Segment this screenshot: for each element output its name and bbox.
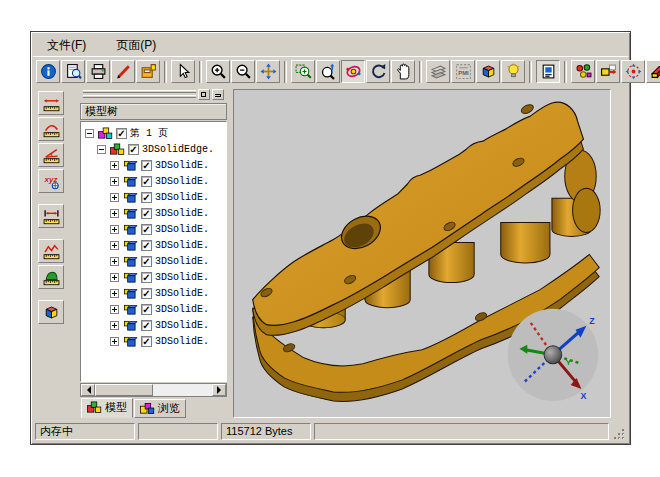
model-tree-panel: 模型树 ✓ 第 1 页 ✓ 3DSolidEdge. ✓3DSolidE. <box>80 89 227 418</box>
tree-item-part[interactable]: ✓3DSolidE. <box>83 173 226 189</box>
expand-icon[interactable] <box>110 225 119 234</box>
tree-item-part[interactable]: ✓3DSolidE. <box>83 221 226 237</box>
checkbox[interactable]: ✓ <box>141 288 152 299</box>
move-part-button[interactable] <box>596 60 620 83</box>
measure-min-distance-button[interactable] <box>38 204 64 228</box>
tree-item-part[interactable]: ✓3DSolidE. <box>83 253 226 269</box>
expand-icon[interactable] <box>110 209 119 218</box>
checkbox[interactable]: ✓ <box>141 336 152 347</box>
tree-item-part[interactable]: ✓3DSolidE. <box>83 317 226 333</box>
tree-item-label: 3DSolidE. <box>155 224 209 235</box>
measure-coordinate-button[interactable] <box>38 169 64 193</box>
checkbox[interactable]: ✓ <box>141 320 152 331</box>
erase-markup-button[interactable] <box>646 60 660 83</box>
pan-button[interactable] <box>256 60 280 83</box>
menu-file[interactable]: 文件(F) <box>43 35 90 56</box>
tree-item-part[interactable]: ✓3DSolidE. <box>83 205 226 221</box>
checkbox[interactable]: ✓ <box>141 160 152 171</box>
tree-item-part[interactable]: ✓3DSolidE. <box>83 157 226 173</box>
expand-icon[interactable] <box>110 193 119 202</box>
orbit-button[interactable] <box>341 60 365 83</box>
checkbox[interactable]: ✓ <box>128 144 139 155</box>
tree-item-part[interactable]: ✓3DSolidE. <box>83 237 226 253</box>
collapse-icon[interactable] <box>85 129 94 138</box>
expand-icon[interactable] <box>110 241 119 250</box>
resize-grip[interactable] <box>612 427 626 441</box>
zoom-window-button[interactable] <box>291 60 315 83</box>
tree-item-part[interactable]: ✓3DSolidE. <box>83 269 226 285</box>
tree-item-page[interactable]: ✓ 第 1 页 <box>83 125 226 141</box>
checkbox[interactable]: ✓ <box>141 208 152 219</box>
toolbar-separator <box>164 61 167 83</box>
zoom-out-button[interactable] <box>231 60 255 83</box>
bulb-icon <box>505 63 522 80</box>
scrollbar-thumb[interactable] <box>95 384 153 396</box>
expand-icon[interactable] <box>110 273 119 282</box>
expand-icon[interactable] <box>110 305 119 314</box>
expand-icon[interactable] <box>110 321 119 330</box>
expand-icon[interactable] <box>110 289 119 298</box>
measure-curve-length-button[interactable] <box>38 239 64 263</box>
info-button[interactable] <box>36 60 60 83</box>
select-button[interactable] <box>171 60 195 83</box>
view-cube-button[interactable] <box>476 60 500 83</box>
model-hole <box>520 103 535 115</box>
hand-pan-button[interactable] <box>391 60 415 83</box>
checkbox[interactable]: ✓ <box>141 224 152 235</box>
checkbox[interactable]: ✓ <box>141 256 152 267</box>
expand-icon[interactable] <box>110 337 119 346</box>
expand-icon[interactable] <box>110 161 119 170</box>
part-node-icon <box>122 159 138 172</box>
measure-toolbar <box>35 89 67 418</box>
checkbox[interactable]: ✓ <box>141 240 152 251</box>
print-preview-button[interactable] <box>61 60 85 83</box>
checkbox[interactable]: ✓ <box>116 128 127 139</box>
measure-radius-button[interactable] <box>38 117 64 141</box>
measure-distance-button[interactable] <box>38 91 64 115</box>
tree-horizontal-scrollbar[interactable] <box>80 383 227 397</box>
expand-icon[interactable] <box>110 177 119 186</box>
tree-item-assembly[interactable]: ✓ 3DSolidEdge. <box>83 141 226 157</box>
pmi-icon <box>455 63 472 80</box>
tree-item-part[interactable]: ✓3DSolidE. <box>83 285 226 301</box>
pmi-button[interactable] <box>451 60 475 83</box>
zoom-in-button[interactable] <box>206 60 230 83</box>
print-button[interactable] <box>86 60 110 83</box>
checkbox[interactable]: ✓ <box>141 176 152 187</box>
scroll-right-arrow[interactable] <box>212 384 226 396</box>
tree-item-part[interactable]: ✓3DSolidE. <box>83 301 226 317</box>
panel-float-button[interactable] <box>198 89 210 100</box>
tree-item-part[interactable]: ✓3DSolidE. <box>83 189 226 205</box>
menu-page[interactable]: 页面(P) <box>112 35 160 56</box>
refresh-button[interactable] <box>366 60 390 83</box>
zoom-dynamic-button[interactable] <box>316 60 340 83</box>
checkbox[interactable]: ✓ <box>141 304 152 315</box>
tree-item-part[interactable]: ✓3DSolidE. <box>83 333 226 349</box>
explode-button[interactable] <box>621 60 645 83</box>
tab-browse[interactable]: 浏览 <box>134 399 186 418</box>
panel-gripper[interactable] <box>81 89 226 102</box>
toolbar-separator <box>529 61 532 83</box>
tab-model[interactable]: 模型 <box>81 398 133 418</box>
measure-angle-button[interactable] <box>38 143 64 167</box>
axis-x-label: X <box>580 391 586 401</box>
lighting-button[interactable] <box>501 60 525 83</box>
scroll-left-arrow[interactable] <box>81 384 95 396</box>
export-button[interactable] <box>136 60 160 83</box>
part-node-icon <box>122 223 138 236</box>
assembly-tools-button[interactable] <box>571 60 595 83</box>
collapse-icon[interactable] <box>97 145 106 154</box>
viewport-3d[interactable]: Z X Y <box>233 89 611 418</box>
measure-volume-button[interactable] <box>38 300 64 324</box>
checkbox[interactable]: ✓ <box>141 192 152 203</box>
page-manager-button[interactable] <box>536 60 560 83</box>
layers-button[interactable] <box>426 60 450 83</box>
measure-area-button[interactable] <box>38 265 64 289</box>
checkbox[interactable]: ✓ <box>141 272 152 283</box>
orientation-trackball[interactable]: Z X Y <box>508 309 599 401</box>
panel-hide-button[interactable] <box>212 89 224 100</box>
part-node-icon <box>122 319 138 332</box>
expand-icon[interactable] <box>110 257 119 266</box>
markup-pen-button[interactable] <box>111 60 135 83</box>
status-bar: 内存中 115712 Bytes <box>33 420 628 442</box>
